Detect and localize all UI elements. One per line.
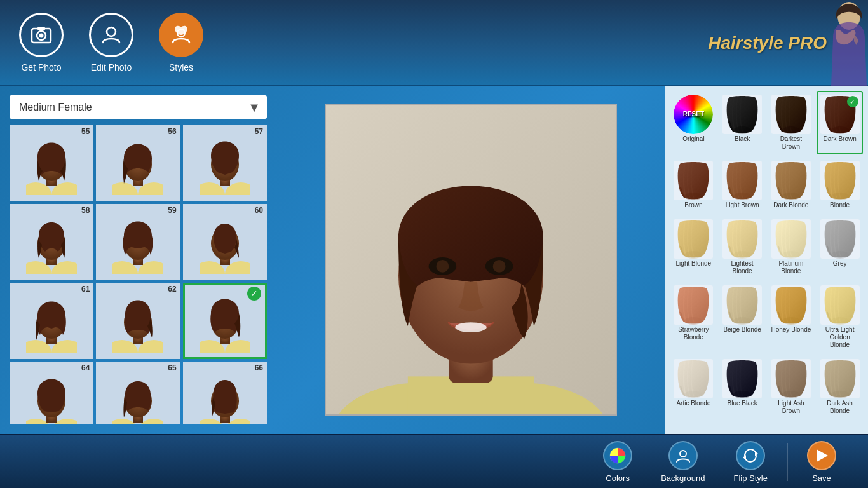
styles-grid: 55 56: [10, 125, 267, 424]
swatch-img-beige-blonde: [722, 285, 762, 325]
brand-logo: Hairstyle PRO: [708, 0, 868, 86]
color-swatch-platinum-blonde[interactable]: Platinum Blonde: [768, 215, 815, 279]
swatch-checkmark: ✓: [847, 96, 858, 107]
swatch-original-label: Original: [682, 135, 704, 143]
hair-color-svg: [674, 359, 713, 398]
styles-icon: [159, 13, 203, 57]
style-item-56[interactable]: 56: [96, 125, 180, 201]
swatch-label-ultra-light-golden-blonde: Ultra Light Golden Blonde: [819, 326, 860, 349]
swatch-img-blonde: [820, 161, 860, 200]
style-item-64[interactable]: 64: [10, 362, 93, 424]
swatch-img-artic-blonde: [674, 359, 713, 398]
colors-icon: [603, 441, 632, 470]
color-swatch-darkest-brown[interactable]: Darkest Brown: [768, 91, 815, 154]
style-select-wrapper: Medium Female Short Female Long Female S…: [10, 95, 267, 119]
hair-thumbnail: [96, 283, 180, 359]
svg-point-117: [680, 451, 686, 457]
hair-color-svg: [771, 95, 811, 134]
swatch-img-ultra-light-golden-blonde: [820, 285, 860, 325]
hair-color-svg: [771, 219, 811, 259]
style-item-58[interactable]: 58: [10, 204, 93, 280]
style-item-55[interactable]: 55: [10, 125, 93, 201]
color-swatch-reset[interactable]: RESET Original: [670, 91, 717, 154]
svg-point-83: [831, 126, 849, 134]
svg-point-99: [831, 251, 849, 259]
color-swatch-dark-brown[interactable]: ✓ Dark Brown: [817, 91, 863, 154]
style-number: 55: [81, 127, 90, 136]
nav-edit-photo[interactable]: Edit Photo: [89, 13, 133, 72]
svg-point-77: [455, 322, 487, 332]
swatch-img-light-blonde: [674, 219, 713, 259]
color-swatch-light-blonde[interactable]: Light Blonde: [670, 215, 717, 279]
swatch-label-blue-black: Blue Black: [728, 400, 757, 407]
get-photo-label: Get Photo: [21, 62, 61, 72]
flip-style-icon: [736, 441, 765, 470]
style-item-61[interactable]: 61: [10, 283, 93, 359]
color-swatch-black[interactable]: Black: [719, 91, 766, 154]
hair-thumbnail: [10, 283, 93, 359]
color-swatch-grey[interactable]: Grey: [817, 215, 863, 279]
colors-action[interactable]: Colors: [590, 436, 645, 488]
svg-point-87: [733, 193, 751, 200]
hair-color-svg: [722, 95, 762, 134]
background-action[interactable]: Background: [648, 436, 717, 488]
color-swatch-light-ash-brown[interactable]: Light Ash Brown: [768, 355, 815, 419]
color-swatch-strawberry-blonde[interactable]: Strawberry Blonde: [670, 281, 717, 353]
color-swatch-dark-blonde[interactable]: Dark Blonde: [768, 157, 815, 213]
style-item-62[interactable]: 62: [96, 283, 180, 359]
color-swatch-honey-blonde[interactable]: Honey Blonde: [768, 281, 815, 353]
hair-color-svg: [820, 219, 860, 259]
center-panel: [276, 86, 665, 434]
svg-point-113: [782, 391, 800, 398]
style-category-select[interactable]: Medium Female Short Female Long Female S…: [10, 95, 267, 119]
hair-color-svg: [771, 161, 811, 200]
svg-point-109: [684, 391, 702, 398]
hair-thumbnail: [183, 125, 267, 201]
colors-label: Colors: [606, 473, 630, 483]
style-number: 61: [81, 285, 90, 294]
top-bar: Get Photo Edit Photo Styles Hairst: [0, 0, 868, 86]
style-item-65[interactable]: 65: [96, 362, 180, 424]
color-swatch-blonde[interactable]: Blonde: [817, 157, 863, 213]
swatch-img-darkest-brown: [771, 95, 811, 134]
svg-point-91: [831, 193, 849, 200]
nav-get-photo[interactable]: Get Photo: [19, 13, 64, 72]
svg-point-115: [831, 391, 849, 398]
swatch-label-honey-blonde: Honey Blonde: [771, 326, 811, 334]
swatch-img-light-ash-brown: [771, 359, 811, 398]
style-number: 65: [168, 363, 176, 372]
style-item-63[interactable]: ✓: [183, 283, 267, 359]
style-item-60[interactable]: 60: [183, 204, 267, 280]
background-icon: [668, 441, 698, 470]
hair-thumbnail: [96, 204, 180, 280]
svg-point-107: [831, 317, 849, 325]
nav-styles[interactable]: Styles: [159, 13, 203, 72]
style-number: 66: [255, 363, 263, 372]
color-swatch-blue-black[interactable]: Blue Black: [719, 355, 766, 419]
style-item-59[interactable]: 59: [96, 204, 180, 280]
swatch-img-dark-blonde: [771, 161, 811, 200]
selected-checkmark: ✓: [247, 287, 261, 301]
save-action[interactable]: Save: [794, 436, 849, 488]
style-item-66[interactable]: 66: [183, 362, 267, 424]
color-swatch-dark-ash-blonde[interactable]: Dark Ash Blonde: [817, 355, 863, 419]
color-swatch-brown[interactable]: Brown: [670, 157, 717, 213]
hair-color-svg: [722, 285, 762, 325]
get-photo-icon: [19, 13, 64, 57]
color-swatch-beige-blonde[interactable]: Beige Blonde: [719, 281, 766, 353]
style-item-57[interactable]: 57: [183, 125, 267, 201]
swatch-img-light-brown: [722, 161, 762, 200]
save-label: Save: [812, 473, 831, 483]
edit-photo-icon: [89, 13, 133, 57]
swatch-img-dark-brown: ✓: [820, 95, 860, 134]
edit-photo-label: Edit Photo: [91, 62, 132, 72]
swatch-img-strawberry-blonde: [674, 285, 713, 325]
color-swatch-lightest-blonde[interactable]: Lightest Blonde: [719, 215, 766, 279]
color-swatch-light-brown[interactable]: Light Brown: [719, 157, 766, 213]
color-swatch-ultra-light-golden-blonde[interactable]: Ultra Light Golden Blonde: [817, 281, 863, 353]
swatch-label-dark-ash-blonde: Dark Ash Blonde: [819, 400, 860, 415]
flip-style-action[interactable]: Flip Style: [721, 436, 780, 488]
left-panel: Medium Female Short Female Long Female S…: [0, 86, 276, 434]
styles-label: Styles: [169, 62, 193, 72]
color-swatch-artic-blonde[interactable]: Artic Blonde: [670, 355, 717, 419]
